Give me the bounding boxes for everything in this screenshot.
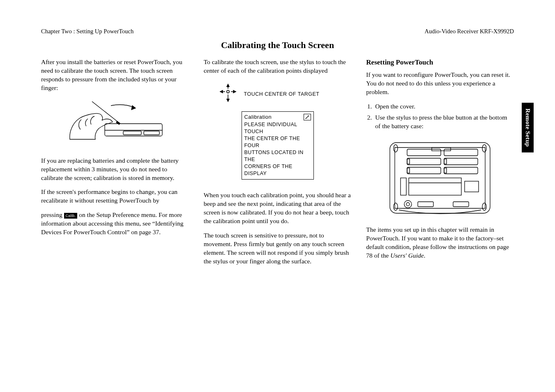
svg-rect-35 [453,202,469,207]
svg-rect-17 [407,149,441,156]
svg-point-38 [394,203,398,210]
calibrate-instruction: To calibrate the touch screen, use the s… [204,58,352,75]
svg-point-36 [394,145,398,152]
column-3: Resetting PowerTouch If you want to reco… [366,58,514,272]
figure-hand-stylus [62,98,168,148]
svg-rect-2 [123,131,141,135]
svg-rect-20 [444,158,478,165]
svg-marker-5 [116,121,120,125]
svg-rect-21 [407,167,441,174]
svg-rect-30 [401,178,406,195]
screen-line: CORNERS OF THE DISPLAY [244,163,311,177]
svg-marker-13 [220,90,223,93]
reset-intro: If you want to reconfigure PowerTouch, y… [366,71,514,97]
svg-rect-34 [418,202,433,207]
svg-marker-6 [131,106,136,110]
beep-paragraph: When you touch each calibration point, y… [204,191,352,226]
calibration-display-box: Calibration PLEASE INDIVIDUAL TOUCH THE … [242,111,314,180]
pen-icon [304,114,311,120]
svg-rect-26 [444,168,447,173]
svg-rect-22 [444,167,478,174]
recalibrate-note-2: pressing Calib. on the Setup Preference … [41,211,189,237]
svg-rect-3 [144,131,159,135]
side-tab: Remote Setup [522,103,534,152]
target-label: TOUCH CENTER OF TARGET [244,91,320,98]
svg-point-33 [406,203,410,206]
svg-rect-24 [407,168,410,173]
screen-box-title: Calibration [244,113,272,121]
column-1: After you install the batteries or reset… [41,58,189,272]
svg-point-32 [404,201,412,208]
reset-heading: Resetting PowerTouch [366,58,514,67]
calib-icon-button: Calib. [64,213,78,219]
reset-step-2: Use the stylus to press the blue button … [373,113,514,131]
recalibrate-note-1: If the screen's performance begins to ch… [41,188,189,205]
screen-line: BUTTONS LOCATED IN THE [244,149,311,163]
figure-calibration-screen: TOUCH CENTER OF TARGET Calibration PLEAS… [224,83,331,180]
text-fragment: The items you set up in this chapter wil… [366,226,509,259]
pressure-paragraph: The touch screen is sensitive to pressur… [204,231,352,266]
reset-step-1: Open the cover. [373,102,514,111]
screen-line: PLEASE INDIVIDUAL TOUCH [244,121,311,135]
svg-point-37 [482,145,486,152]
factory-reset-note: The items you set up in this chapter wil… [366,226,514,260]
text-fragment: . [424,252,426,259]
svg-rect-31 [465,181,479,192]
target-cross-icon [217,83,239,106]
svg-point-7 [226,90,229,93]
svg-rect-28 [409,178,461,195]
page-title: Calibrating the Touch Screen [41,40,514,51]
screen-line: THE CENTER OF THE FOUR [244,135,311,149]
svg-marker-9 [227,84,229,87]
svg-rect-18 [444,149,478,156]
svg-marker-11 [227,99,229,101]
svg-rect-0 [105,124,162,136]
svg-rect-23 [407,159,410,164]
product-header: Audio-Video Receiver KRF-X9992D [425,28,514,35]
figure-battery-case [382,137,497,219]
battery-note: If you are replacing batteries and compl… [41,157,189,182]
column-2: To calibrate the touch screen, use the s… [204,58,352,272]
intro-paragraph: After you install the batteries or reset… [41,58,189,92]
users-guide-ref: Users' Guide [390,252,424,259]
svg-rect-25 [444,159,447,164]
svg-marker-15 [233,90,236,93]
svg-point-39 [482,203,486,210]
svg-rect-19 [407,158,441,165]
chapter-header: Chapter Two : Setting Up PowerTouch [41,28,134,35]
text-fragment: pressing [41,211,64,218]
